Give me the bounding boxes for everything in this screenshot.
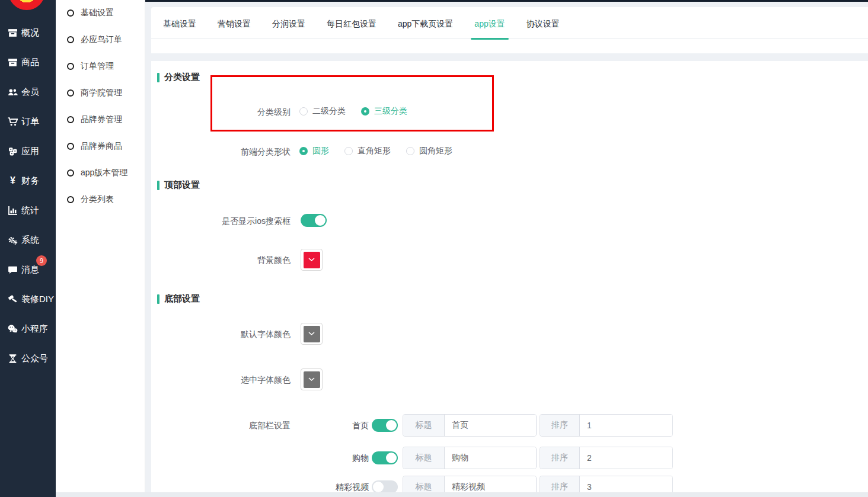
horizontal-scrollbar[interactable] bbox=[56, 492, 868, 497]
submenu-item-brand-coupon-management[interactable]: 品牌券管理 bbox=[56, 111, 145, 129]
color-swatch bbox=[304, 252, 320, 268]
sidebar-item-overview[interactable]: 概况 bbox=[0, 23, 56, 43]
submenu-item-biyingniao-orders[interactable]: 必应鸟订单 bbox=[56, 31, 145, 49]
circle-o-icon bbox=[67, 169, 74, 177]
category-level-radio-group: 二级分类 三级分类 bbox=[299, 105, 407, 118]
submenu-item-label: 品牌券商品 bbox=[81, 141, 122, 152]
sidebar-item-apps[interactable]: 应用 bbox=[0, 141, 56, 161]
section-title: 分类设置 bbox=[164, 72, 200, 83]
sidebar-item-label: 消息 bbox=[21, 264, 39, 275]
sort-prepend-label: 排序 bbox=[540, 476, 580, 492]
app-logo bbox=[8, 0, 45, 10]
title-prepend-label: 标题 bbox=[403, 447, 445, 469]
submenu-item-app-version[interactable]: app版本管理 bbox=[56, 164, 145, 182]
bg-color-label: 背景颜色 bbox=[151, 255, 293, 266]
radio-shape-rounded[interactable]: 圆角矩形 bbox=[406, 146, 452, 156]
sidebar-item-members[interactable]: 会员 bbox=[0, 82, 56, 102]
radio-shape-square[interactable]: 直角矩形 bbox=[344, 146, 391, 156]
tab-app-settings[interactable]: app设置 bbox=[464, 19, 515, 39]
sidebar-item-official-account[interactable]: 公众号 bbox=[0, 348, 56, 368]
submenu-item-business-school[interactable]: 商学院管理 bbox=[56, 84, 145, 102]
system-icon bbox=[7, 235, 18, 245]
submenu-item-category-list[interactable]: 分类列表 bbox=[56, 191, 145, 209]
tab-marketing-settings[interactable]: 营销设置 bbox=[207, 19, 261, 39]
main-area: 基础设置 营销设置 分润设置 每日红包设置 app下载页设置 app设置 协议设… bbox=[145, 0, 868, 497]
submenu-item-label: 品牌券管理 bbox=[81, 114, 122, 125]
sidebar-item-diy[interactable]: 装修DIY bbox=[0, 289, 56, 309]
circle-o-icon bbox=[67, 89, 74, 97]
shopping-title-input[interactable] bbox=[445, 447, 536, 469]
bottom-bar-row-video: 精彩视频 标题 排序 bbox=[151, 476, 868, 492]
secondary-sidebar: 基础设置 必应鸟订单 订单管理 商学院管理 品牌券管理 品牌券商品 app版本管… bbox=[56, 0, 145, 497]
sidebar-item-finance[interactable]: ¥ 财务 bbox=[0, 171, 56, 191]
sidebar-item-label: 订单 bbox=[21, 116, 39, 127]
section-accent-bar bbox=[157, 181, 159, 190]
row-name-label: 购物 bbox=[302, 453, 369, 464]
submenu-item-basic-settings[interactable]: 基础设置 bbox=[56, 4, 145, 22]
radio-icon bbox=[361, 107, 369, 116]
radio-label: 三级分类 bbox=[374, 106, 407, 117]
diy-icon bbox=[7, 294, 18, 304]
sidebar-item-goods[interactable]: 商品 bbox=[0, 52, 56, 72]
home-title-group: 标题 bbox=[403, 414, 537, 437]
sidebar-item-label: 装修DIY bbox=[21, 294, 54, 305]
color-swatch bbox=[304, 371, 320, 388]
overview-icon bbox=[7, 28, 18, 38]
video-toggle[interactable] bbox=[372, 480, 398, 492]
radio-two-level-category[interactable]: 二级分类 bbox=[299, 106, 346, 117]
sidebar-item-miniprogram[interactable]: 小程序 bbox=[0, 319, 56, 339]
home-title-input[interactable] bbox=[445, 415, 536, 436]
sidebar-item-label: 统计 bbox=[21, 205, 39, 216]
section-top-settings: 顶部设置 bbox=[157, 179, 200, 191]
section-bottom-settings: 底部设置 bbox=[157, 293, 200, 304]
submenu-item-label: 分类列表 bbox=[81, 194, 114, 205]
radio-icon bbox=[406, 147, 414, 155]
tab-basic-settings[interactable]: 基础设置 bbox=[152, 19, 207, 39]
category-shape-label: 前端分类形状 bbox=[151, 147, 293, 158]
circle-o-icon bbox=[67, 63, 74, 70]
miniprogram-icon bbox=[7, 324, 18, 334]
sidebar-item-messages[interactable]: 消息 bbox=[0, 259, 56, 280]
home-sort-input[interactable] bbox=[580, 415, 672, 436]
radio-shape-circle[interactable]: 圆形 bbox=[299, 146, 329, 156]
shopping-sort-input[interactable] bbox=[580, 447, 672, 469]
sidebar-item-orders[interactable]: 订单 bbox=[0, 111, 56, 132]
sidebar-item-system[interactable]: 系统 bbox=[0, 230, 56, 250]
submenu-item-brand-coupon-goods[interactable]: 品牌券商品 bbox=[56, 137, 145, 155]
official-account-icon bbox=[7, 354, 18, 364]
chevron-down-icon bbox=[308, 258, 315, 262]
radio-icon bbox=[299, 147, 308, 155]
tab-app-download-settings[interactable]: app下载页设置 bbox=[387, 19, 464, 39]
ios-search-toggle[interactable] bbox=[301, 214, 327, 227]
radio-three-level-category[interactable]: 三级分类 bbox=[361, 106, 407, 117]
shopping-sort-group: 排序 bbox=[540, 447, 673, 469]
home-toggle[interactable] bbox=[372, 419, 398, 432]
submenu-item-label: 订单管理 bbox=[81, 61, 114, 72]
title-prepend-label: 标题 bbox=[403, 415, 445, 436]
tab-daily-redpacket-settings[interactable]: 每日红包设置 bbox=[316, 19, 387, 39]
radio-label: 二级分类 bbox=[312, 106, 346, 117]
default-font-color-picker[interactable] bbox=[301, 323, 323, 345]
submenu-item-order-management[interactable]: 订单管理 bbox=[56, 57, 145, 75]
circle-o-icon bbox=[67, 116, 74, 123]
tab-profit-settings[interactable]: 分润设置 bbox=[261, 19, 316, 39]
bg-color-picker[interactable] bbox=[301, 249, 323, 271]
home-sort-group: 排序 bbox=[540, 414, 673, 437]
sidebar-item-label: 概况 bbox=[21, 27, 39, 39]
video-sort-input[interactable] bbox=[580, 476, 672, 492]
bottom-bar-row-shopping: 购物 标题 排序 bbox=[151, 447, 868, 469]
radio-label: 圆角矩形 bbox=[419, 146, 452, 156]
video-sort-group: 排序 bbox=[540, 476, 673, 492]
sort-prepend-label: 排序 bbox=[540, 447, 580, 469]
sidebar-item-stats[interactable]: 统计 bbox=[0, 200, 56, 220]
tab-agreement-settings[interactable]: 协议设置 bbox=[516, 19, 570, 39]
sidebar-item-label: 系统 bbox=[21, 235, 39, 246]
sidebar-item-label: 应用 bbox=[21, 146, 39, 157]
section-category-settings: 分类设置 bbox=[157, 72, 200, 83]
shopping-toggle[interactable] bbox=[372, 451, 398, 464]
color-swatch bbox=[304, 326, 320, 342]
video-title-input[interactable] bbox=[445, 476, 536, 492]
sidebar-item-label: 会员 bbox=[21, 86, 39, 98]
bottom-bar-row-home: 底部栏设置 首页 标题 排序 bbox=[151, 414, 868, 437]
selected-font-color-picker[interactable] bbox=[301, 368, 323, 390]
